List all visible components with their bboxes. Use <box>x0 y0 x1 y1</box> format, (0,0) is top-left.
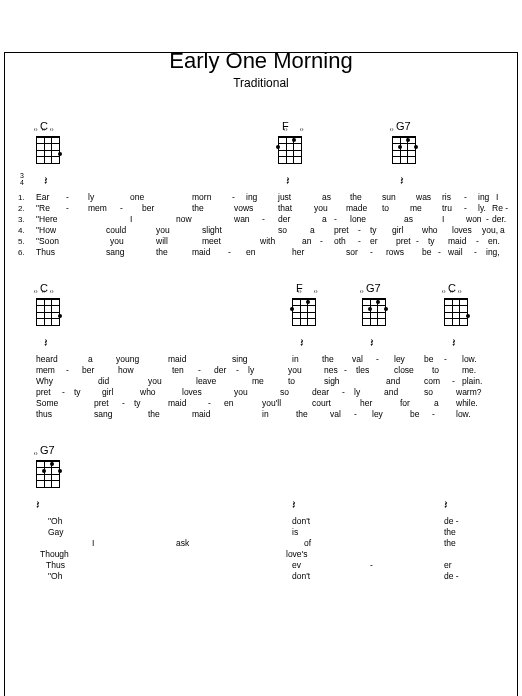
syllable: the <box>296 409 308 420</box>
lyric-verse-6: 6.Thussangthemaid-enhersor-rowsbe-wail-i… <box>24 247 498 258</box>
chord-diagram-c: ooo <box>36 296 60 326</box>
syllable: - <box>476 236 479 247</box>
syllable: maid <box>192 409 210 420</box>
syllable: sor <box>346 247 358 258</box>
syllable: her <box>292 247 304 258</box>
verse-number: 6. <box>18 247 25 258</box>
syllable: girl <box>102 387 113 398</box>
lyric-verse-6: thussangthemaidintheval-leybe-low. <box>24 409 498 420</box>
syllable: maid <box>168 398 186 409</box>
syllable: love's <box>286 549 307 560</box>
syllable: you, <box>482 225 498 236</box>
syllable: - <box>236 365 239 376</box>
syllable: now <box>176 214 192 225</box>
syllable: me. <box>462 365 476 376</box>
syllable: you <box>314 203 328 214</box>
syllable: meet <box>202 236 221 247</box>
verse-number: 2. <box>18 203 25 214</box>
syllable: de - <box>444 571 459 582</box>
lyric-verse-2: 2."Re-mem-berthevowsthatyoumadetometru-l… <box>24 203 498 214</box>
syllable: so <box>278 225 287 236</box>
syllable: - <box>228 247 231 258</box>
verse-number: 3. <box>18 214 25 225</box>
syllable: to <box>382 203 389 214</box>
syllable: for <box>400 398 410 409</box>
syllable: - <box>358 236 361 247</box>
syllable: I <box>442 214 444 225</box>
syllable: you <box>234 387 248 398</box>
syllable: as <box>322 192 331 203</box>
syllable: sigh <box>324 376 340 387</box>
chord-label-g7: G7 <box>366 282 381 294</box>
syllable: Some <box>36 398 58 409</box>
syllable: ty <box>74 387 81 398</box>
syllable: "Soon <box>36 236 59 247</box>
syllable: ev <box>292 560 301 571</box>
chord-label-g7: G7 <box>396 120 411 132</box>
lyric-verse-3: Iaskofthe <box>24 538 498 549</box>
syllable: pret <box>36 387 51 398</box>
chord-diagram-f: oo <box>278 134 302 164</box>
syllable: young <box>116 354 139 365</box>
syllable: - <box>66 192 69 203</box>
syllable: me <box>252 376 264 387</box>
syllable: a <box>434 398 439 409</box>
syllable: nes <box>324 365 338 376</box>
syllable: ty <box>428 236 435 247</box>
syllable: morn <box>192 192 211 203</box>
chord-diagram-c: ooo <box>444 296 468 326</box>
syllable: leave <box>196 376 216 387</box>
sheet-body: CFG7oooooo34𝄽𝄽𝄽1.Ear-lyonemorn-ingjustas… <box>24 120 498 564</box>
syllable: I <box>92 538 94 549</box>
syllable: - <box>232 192 235 203</box>
lyric-verse-4: Thoughlove's <box>24 549 498 560</box>
syllable: - <box>370 560 373 571</box>
syllable: sang <box>106 247 124 258</box>
syllable: Though <box>40 549 69 560</box>
syllable: ris <box>442 192 451 203</box>
syllable: mem <box>36 365 55 376</box>
chord-diagram-g7: o <box>392 134 416 164</box>
syllable: a <box>500 225 505 236</box>
time-signature: 34 <box>20 172 24 186</box>
syllable: loves <box>182 387 202 398</box>
syllable: the <box>444 527 456 538</box>
syllable: pret <box>334 225 349 236</box>
syllable: a <box>88 354 93 365</box>
syllable: Thus <box>46 560 65 571</box>
syllable: - <box>198 365 201 376</box>
syllable: - <box>358 225 361 236</box>
syllable: "Oh <box>48 516 62 527</box>
syllable: ing <box>246 192 257 203</box>
syllable: - <box>416 236 419 247</box>
syllable: de - <box>444 516 459 527</box>
syllable: ley <box>394 354 405 365</box>
syllable: the <box>444 538 456 549</box>
syllable: der <box>278 214 290 225</box>
syllable: - <box>370 247 373 258</box>
syllable: er <box>444 560 452 571</box>
lyric-verse-5: Thusev-er <box>24 560 498 571</box>
verse-number: 4. <box>18 225 25 236</box>
syllable: val <box>330 409 341 420</box>
syllable: a <box>310 225 315 236</box>
syllable: and <box>384 387 398 398</box>
syllable: ber <box>142 203 154 214</box>
syllable: - <box>122 398 125 409</box>
syllable: a <box>322 214 327 225</box>
syllable: with <box>260 236 275 247</box>
lyric-verse-2: mem-berhowten-der-lyyounes-tlesclosetome… <box>24 365 498 376</box>
syllable: will <box>156 236 168 247</box>
syllable: wan <box>234 214 250 225</box>
syllable: - <box>320 236 323 247</box>
syllable: - <box>432 409 435 420</box>
syllable: you <box>148 376 162 387</box>
syllable: be <box>410 409 419 420</box>
syllable: one <box>130 192 144 203</box>
syllable: rows <box>386 247 404 258</box>
syllable: who <box>422 225 438 236</box>
syllable: - <box>62 387 65 398</box>
syllable: you <box>110 236 124 247</box>
syllable: - <box>376 354 379 365</box>
syllable: ten <box>172 365 184 376</box>
